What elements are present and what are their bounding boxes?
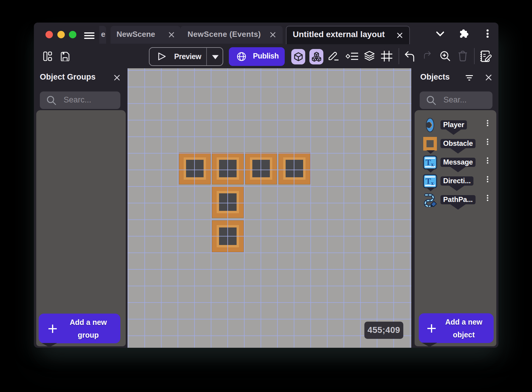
svg-text:T: T (426, 177, 431, 186)
svg-text:T: T (426, 158, 431, 167)
svg-text:x: x (431, 180, 434, 186)
svg-text:x: x (431, 161, 434, 167)
